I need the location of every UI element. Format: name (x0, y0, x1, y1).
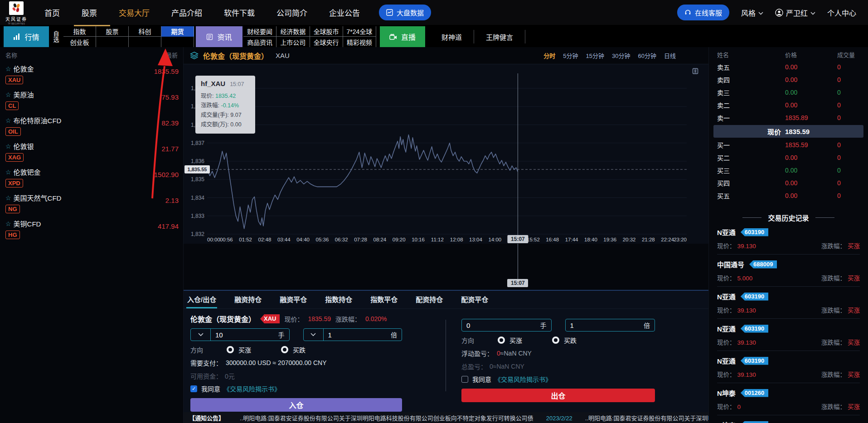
quantity-input[interactable] (211, 331, 274, 339)
star-icon[interactable]: ☆ (5, 91, 11, 98)
order-book-row[interactable]: 买一1835.590 (709, 139, 868, 151)
price-chart[interactable]: 1,8401,8391,8381,8371,8361,8351,8341,833… (184, 64, 708, 244)
history-stock-name: 中国通号 (717, 260, 744, 269)
nav-item-公司简介[interactable]: 公司简介 (276, 7, 307, 18)
nav-item-产品介绍[interactable]: 产品介绍 (171, 7, 202, 18)
history-item[interactable]: 中国通号688009现价：5.000涨跌幅：买涨 (717, 255, 860, 287)
direction-down-option[interactable]: 买跌 (281, 345, 305, 354)
order-book-row[interactable]: 买五0.000 (709, 189, 868, 202)
subnav-link-财神道[interactable]: 财神道 (430, 30, 474, 43)
risk-agreement-link[interactable]: 《交易风险揭示书》 (223, 384, 281, 393)
history-item[interactable]: N坤泰001260现价：30.100涨跌幅：买涨 (717, 415, 860, 423)
trade-tab-指数持仓[interactable]: 指数持仓 (324, 291, 353, 308)
subnav-tab-全球股市[interactable]: 全球股市 (310, 26, 343, 37)
chart-canvas[interactable]: 1,8401,8391,8381,8371,8361,8351,8341,833… (184, 64, 708, 244)
direction-up-option[interactable]: 买涨 (227, 345, 251, 354)
star-icon[interactable]: ☆ (5, 65, 11, 72)
nav-item-企业公告[interactable]: 企业公告 (329, 7, 360, 18)
nav-item-交易大厅[interactable]: 交易大厅 (119, 7, 150, 18)
subnav-tab-精彩视频[interactable]: 精彩视频 (343, 37, 376, 47)
order-book-row[interactable]: 卖四0.000 (709, 73, 868, 86)
leverage-dropdown-icon[interactable] (304, 329, 324, 341)
subnav-tab-期货[interactable]: 期货 (161, 26, 194, 37)
tab-live[interactable]: 直播 (380, 26, 425, 47)
user-menu[interactable]: 严卫红 (775, 7, 815, 18)
order-book-row[interactable]: 卖二0.000 (709, 99, 868, 111)
trade-tab-配资持仓[interactable]: 配资持仓 (415, 291, 444, 308)
risk-agreement-link[interactable]: 《交易风险揭示书》 (495, 375, 552, 384)
subnav-tab-经济数据[interactable]: 经济数据 (276, 26, 310, 37)
timeframe-30分钟[interactable]: 30分钟 (612, 51, 630, 60)
star-icon[interactable]: ☆ (5, 117, 11, 124)
timeframe-15分钟[interactable]: 15分钟 (586, 51, 604, 60)
instrument-row[interactable]: ☆布伦特原油CFDOIL82.39 (0, 113, 183, 139)
style-dropdown[interactable]: 风格 (741, 7, 763, 18)
order-book-row[interactable]: 卖三0.000 (709, 86, 868, 99)
trade-tab-指数平仓[interactable]: 指数平仓 (369, 291, 398, 308)
close-direction-down-option[interactable]: 买跌 (552, 336, 577, 345)
order-book-row[interactable]: 买四0.000 (709, 177, 868, 189)
nav-item-首页[interactable]: 首页 (44, 7, 60, 18)
subnav-tab-股票[interactable]: 股票 (96, 26, 129, 37)
nav-item-股票[interactable]: 股票 (82, 7, 97, 18)
subnav-tab-创业板[interactable]: 创业板 (63, 37, 96, 47)
trade-tab-融资平仓[interactable]: 融资平仓 (279, 291, 308, 308)
online-service-button[interactable]: 在线客服 (677, 5, 729, 20)
agree-checkbox-close[interactable] (461, 376, 468, 383)
market-data-button[interactable]: 大盘数据 (379, 5, 431, 20)
tab-quotes[interactable]: 行情 (4, 26, 49, 47)
buy-down-radio[interactable] (281, 346, 288, 353)
history-item[interactable]: N亚通603190现价：39.130涨跌幅：买涨 (717, 351, 860, 383)
order-book-row[interactable]: 卖五0.000 (709, 61, 868, 73)
order-book-row[interactable]: 买三0.000 (709, 164, 868, 177)
personal-center-link[interactable]: 个人中心 (827, 7, 856, 18)
star-icon[interactable]: ☆ (5, 194, 11, 202)
subnav-tab-财经要闻[interactable]: 财经要闻 (243, 26, 276, 37)
timeframe-60分钟[interactable]: 60分钟 (638, 51, 656, 60)
trade-tab-融资持仓[interactable]: 融资持仓 (233, 291, 262, 308)
instrument-row[interactable]: ☆美原油CL75.93 (0, 87, 183, 113)
close-leverage-input[interactable] (566, 322, 640, 329)
timeframe-5分钟[interactable]: 5分钟 (563, 51, 578, 60)
quantity-dropdown-icon[interactable] (191, 329, 211, 341)
history-item[interactable]: N亚通603190现价：39.130涨跌幅：买涨 (717, 319, 860, 351)
star-icon[interactable]: ☆ (5, 143, 11, 150)
order-book-row[interactable]: 买二0.000 (709, 151, 868, 164)
leverage-input[interactable] (324, 331, 387, 339)
star-icon[interactable]: ☆ (5, 168, 11, 176)
history-item[interactable]: N坤泰001260现价：0涨跌幅：买涨 (717, 383, 860, 415)
instrument-row[interactable]: ☆伦敦金XAU1835.59 (0, 61, 183, 87)
subnav-tab-上市公司[interactable]: 上市公司 (276, 37, 310, 47)
instrument-row[interactable]: ☆美国天然气CFDNG2.13 (0, 190, 183, 216)
star-icon[interactable]: ☆ (5, 220, 11, 227)
tab-news[interactable]: 资讯 (196, 26, 242, 47)
close-position-button[interactable]: 出仓 (461, 389, 655, 402)
tab-watchlist[interactable]: 自选 (49, 26, 63, 47)
subnav-tab-科创[interactable]: 科创 (129, 26, 161, 37)
trade-tab-入仓/出仓[interactable]: 入仓/出仓 (186, 291, 217, 308)
buy-up-radio[interactable] (227, 346, 234, 353)
brand-logo[interactable]: 天风证券 TF SECURITIES (5, 1, 28, 25)
subnav-tab-7*24全球[interactable]: 7*24全球 (343, 26, 376, 37)
history-item[interactable]: N亚通603190现价：39.130涨跌幅：买涨 (717, 222, 860, 255)
close-direction-up-option[interactable]: 买涨 (498, 336, 522, 345)
current-price-bar[interactable]: 现价 1835.59 (713, 125, 863, 138)
subnav-tab-全球央行[interactable]: 全球央行 (310, 37, 343, 47)
nav-item-软件下载[interactable]: 软件下载 (224, 7, 255, 18)
history-item[interactable]: N亚通603190现价：39.130涨跌幅：买涨 (717, 287, 860, 319)
instrument-row[interactable]: ☆伦敦银XAG21.77 (0, 139, 183, 164)
instrument-row[interactable]: ☆伦敦钯金XPD1502.90 (0, 164, 183, 190)
close-buy-up-radio[interactable] (498, 336, 505, 344)
trade-tab-配资平仓[interactable]: 配资平仓 (460, 291, 489, 308)
close-quantity-input[interactable] (462, 322, 536, 329)
instrument-row[interactable]: ☆美铜CFDHG417.94 (0, 216, 183, 242)
close-buy-down-radio[interactable] (552, 336, 559, 344)
timeframe-分时[interactable]: 分时 (543, 51, 555, 60)
agree-checkbox-open[interactable] (190, 385, 197, 392)
subnav-tab-商品资讯[interactable]: 商品资讯 (243, 37, 276, 47)
timeframe-日线[interactable]: 日线 (664, 51, 676, 60)
open-position-button[interactable]: 入仓 (190, 398, 402, 412)
subnav-link-王牌健言[interactable]: 王牌健言 (474, 30, 525, 43)
subnav-tab-指数[interactable]: 指数 (63, 26, 96, 37)
order-book-row[interactable]: 卖一1835.890 (709, 111, 868, 124)
